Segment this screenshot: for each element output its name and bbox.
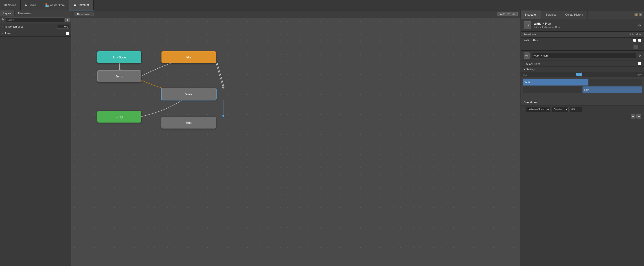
tab-scene-label: Scene [8, 4, 16, 7]
transition-row-walk-run[interactable]: Walk -> Run [521, 38, 644, 43]
tab-asset-store[interactable]: 🏪 Asset Store [41, 0, 69, 10]
drag-handle-icon: ≡ [2, 26, 3, 28]
left-panel-tabs: Layers Parameters [0, 10, 71, 16]
animator-toolbar: Base Layer Auto Live Link [71, 10, 520, 18]
condition-value-input[interactable] [570, 107, 582, 112]
remove-condition-button[interactable]: − [636, 114, 641, 118]
has-exit-time-checkbox[interactable] [638, 62, 641, 65]
animator-canvas[interactable]: Any State Idle Jump Walk Entry Run [71, 18, 520, 266]
tab-game-label: Game [28, 4, 36, 7]
asset-store-icon: 🏪 [45, 3, 49, 7]
walk-track-row: Walk [523, 79, 642, 86]
search-icon: 🔍 [2, 18, 5, 22]
tab-animator[interactable]: ⚙ Animator [69, 0, 94, 10]
state-walk[interactable]: Walk [162, 88, 216, 100]
param-row-jump: ≡ Jump [0, 30, 71, 36]
settings-arrow-icon: ▶ [524, 68, 525, 70]
has-exit-time-label: Has Exit Time [524, 62, 638, 65]
add-parameter-button[interactable]: + [65, 18, 70, 22]
conditions-header: Conditions [521, 99, 644, 106]
transition-settings-cog[interactable]: ⚙ [638, 54, 641, 58]
transition-name-input[interactable] [532, 53, 636, 58]
tab-collab-history[interactable]: Collab History [561, 10, 588, 19]
condition-operator-select[interactable]: Greater Less Equals NotEqual [552, 107, 569, 112]
param-name-horizontal-speed: horizontalSpeed [4, 25, 56, 28]
inspector-header: Walk -> Run 1 AnimatorTransitionBase ⚙ [521, 19, 644, 32]
inspector-text: Walk -> Run 1 AnimatorTransitionBase [534, 22, 561, 28]
state-any-state[interactable]: Any State [97, 51, 141, 63]
run-track-row: Run [523, 86, 642, 93]
tab-scene[interactable]: ⊞ Scene [0, 0, 21, 10]
mute-checkbox[interactable] [638, 39, 641, 42]
transition-detail-row: ⚙ [521, 50, 644, 61]
condition-add-remove: + − [521, 113, 644, 120]
search-input[interactable] [6, 17, 64, 22]
solo-label: Solo [629, 33, 634, 36]
inspector-settings-cog[interactable]: ⚙ [638, 23, 641, 27]
state-idle[interactable]: Idle [162, 51, 216, 63]
condition-drag-icon: ≡ [523, 108, 524, 110]
remove-transition-button[interactable]: − [634, 45, 638, 49]
run-track-bar: Run [582, 86, 642, 93]
top-tab-bar: ⊞ Scene ▶ Game 🏪 Asset Store ⚙ Animator [0, 0, 644, 10]
timeline-tracks: Walk Run [521, 78, 644, 99]
param-row-horizontal-speed: ≡ horizontalSpeed [0, 23, 71, 30]
horizontal-speed-value[interactable] [57, 25, 69, 28]
game-icon: ▶ [25, 3, 27, 7]
tab-animator-label: Animator [78, 3, 89, 7]
walk-track-bar-area: Walk [523, 79, 642, 86]
svg-line-6 [217, 63, 224, 88]
right-panel: Inspector Services Collab History 🔒 ⋮ [520, 10, 644, 266]
tab-asset-store-label: Asset Store [50, 4, 65, 7]
conditions-label: Conditions [524, 101, 537, 104]
timeline-ruler: 0:00 1:00 2:00 [521, 72, 644, 78]
walk-track-bar: Walk [523, 79, 588, 86]
tab-game[interactable]: ▶ Game [21, 0, 41, 10]
jump-checkbox[interactable] [66, 32, 69, 35]
left-panel-toolbar: 🔍 + [0, 16, 71, 23]
state-run[interactable]: Run [162, 116, 216, 128]
mute-label: Mute [636, 33, 641, 36]
param-name-jump: Jump [4, 32, 64, 35]
left-panel: Layers Parameters 🔍 + ≡ horizontalSpeed … [0, 10, 71, 266]
parameters-tab[interactable]: Parameters [15, 10, 35, 16]
condition-row-0: ≡ horizontalSpeed Greater Less Equals No… [521, 106, 644, 113]
tab-services[interactable]: Services [541, 10, 561, 19]
right-panel-tabs: Inspector Services Collab History 🔒 ⋮ [521, 10, 644, 19]
timeline-container: 0:00 1:00 2:00 Walk [521, 72, 644, 99]
transitions-label: Transitions [524, 33, 536, 36]
inspector-subtitle: 1 AnimatorTransitionBase [534, 26, 561, 28]
tab-inspector[interactable]: Inspector [521, 10, 541, 19]
settings-label: Settings [526, 68, 536, 71]
main-layout: Layers Parameters 🔍 + ≡ horizontalSpeed … [0, 10, 644, 266]
ruler-tick-0: 0:00 [523, 74, 528, 76]
settings-row[interactable]: ▶ Settings [521, 67, 644, 72]
state-entry[interactable]: Entry [97, 111, 141, 122]
animator-icon: ⚙ [74, 3, 76, 7]
solo-mute-area: Solo Mute [629, 33, 641, 36]
transitions-section-header: Transitions Solo Mute [521, 32, 644, 38]
panel-controls: 🔒 ⋮ [634, 10, 644, 19]
transition-icon [524, 22, 531, 29]
run-track-bar-area: Run [523, 86, 642, 93]
panel-lock-button[interactable]: 🔒 [634, 13, 638, 16]
condition-parameter-select[interactable]: horizontalSpeed [526, 107, 550, 112]
ruler-tick-2: 2:00 [637, 74, 642, 76]
add-condition-button[interactable]: + [631, 114, 636, 118]
solo-checkbox[interactable] [633, 39, 636, 42]
svg-line-5 [216, 63, 223, 88]
panel-menu-button[interactable]: ⋮ [639, 13, 642, 16]
layers-tab[interactable]: Layers [0, 10, 15, 16]
scene-icon: ⊞ [4, 3, 7, 7]
has-exit-time-row: Has Exit Time [521, 61, 644, 67]
transition-detail-icon [524, 52, 530, 59]
state-jump[interactable]: Jump [97, 70, 141, 82]
base-layer-tab[interactable]: Base Layer [74, 12, 94, 16]
auto-live-link-button[interactable]: Auto Live Link [498, 12, 518, 16]
drag-handle-icon-2: ≡ [2, 32, 3, 34]
transition-name: Walk -> Run [524, 39, 631, 42]
inspector-title: Walk -> Run [534, 22, 561, 26]
animator-area: Base Layer Auto Live Link [71, 10, 520, 266]
